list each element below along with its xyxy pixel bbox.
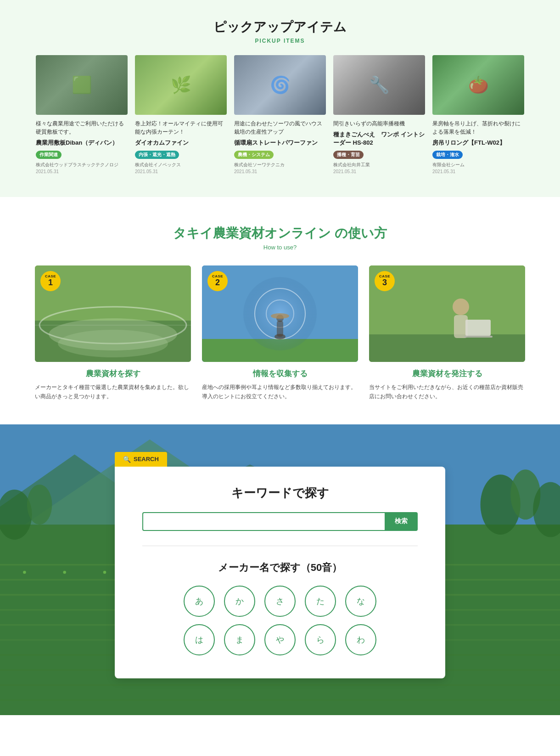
search-tab-icon: 🔍 <box>123 456 131 463</box>
kana-btn-na[interactable]: な <box>345 586 376 617</box>
pickup-title-en: PICKUP ITEMS <box>28 38 532 44</box>
pickup-section: ピックアップアイテム PICKUP ITEMS 🟩 様々な農業用途でご利用いただ… <box>0 0 560 197</box>
fan-icon: 🌀 <box>270 75 291 95</box>
howto-img-wrap-1: CASE 1 <box>35 265 191 362</box>
pickup-date-3: 2021.05.31 <box>234 169 326 174</box>
kana-btn-ha[interactable]: は <box>184 624 215 655</box>
howto-title-green: タキイ農業資材オンライン <box>173 226 331 240</box>
howto-card-desc-3: 当サイトをご利用いただきながら、お近くの種苗店か資材販売店にお問い合わせください… <box>369 383 525 401</box>
pickup-card-1[interactable]: 🟩 様々な農業用途でご利用いただける硬質敷板です。 農業用敷板Diban（ディバ… <box>36 55 128 174</box>
howto-card-3[interactable]: CASE 3 農業資材を発注する 当サイトをご利用いただきながら、お近くの種苗店… <box>369 265 525 401</box>
howto-img-wrap-3: CASE 3 <box>369 265 525 362</box>
pickup-name-4: 種まきごんべえ ワンポ イントシーダー HS-802 <box>333 130 425 147</box>
case3-num: 3 <box>382 278 387 288</box>
kana-btn-sa[interactable]: さ <box>264 586 296 617</box>
pickup-desc-4: 間引きいらずの高能率播種機 <box>333 119 425 128</box>
svg-rect-16 <box>369 334 525 362</box>
case-badge-2: CASE 2 <box>207 271 228 291</box>
pickup-tag-2: 内張・遮光・遮熱 <box>135 151 179 159</box>
maker-search-title: メーカー名で探す（50音） <box>142 561 418 575</box>
pickup-desc-2: 巻上対応！オールマイティに使用可能な内張カーテン！ <box>135 119 227 136</box>
svg-rect-19 <box>465 320 491 336</box>
pickup-img-5: 🍅 <box>432 55 524 115</box>
pickup-name-3: 循環扇ストレートパワーファン <box>234 139 326 147</box>
pickup-company-1: 株式会社ウッドプラスチックテクノロジ <box>36 162 128 168</box>
howto-card-2[interactable]: CASE 2 情報を収集する 産地への採用事例や耳より情報など多数取り揃えており… <box>202 265 358 401</box>
greenhouse-icon: 🌿 <box>171 75 191 95</box>
pickup-tag-5: 栽培・潅水 <box>432 151 463 159</box>
pickup-img-4: 🔧 <box>333 55 425 115</box>
howto-card-title-1: 農業資材を探す <box>35 368 191 379</box>
howto-card-desc-2: 産地への採用事例や耳より情報など多数取り揃えております。導入のヒントにお役立てく… <box>202 383 358 401</box>
tomato-icon: 🍅 <box>468 75 489 95</box>
svg-point-4 <box>58 330 168 357</box>
case-badge-1: CASE 1 <box>40 271 61 291</box>
kana-btn-wa[interactable]: わ <box>345 624 376 655</box>
pickup-desc-1: 様々な農業用途でご利用いただける硬質敷板です。 <box>36 119 128 136</box>
kana-btn-ta[interactable]: た <box>305 586 336 617</box>
case2-num: 2 <box>215 278 220 288</box>
pickup-name-2: ダイオカムファイン <box>135 139 227 147</box>
howto-card-title-2: 情報を収集する <box>202 368 358 379</box>
svg-rect-20 <box>464 336 493 338</box>
pickup-tag-1: 作業関連 <box>36 151 62 159</box>
case-badge-3: CASE 3 <box>375 271 395 291</box>
search-button[interactable]: 検索 <box>385 512 418 531</box>
pickup-card-5[interactable]: 🍅 果房軸を吊り上げ、茎折れや裂けによる落果を低減！ 房吊リロング【FTL-W0… <box>432 55 524 174</box>
pickup-date-1: 2021.05.31 <box>36 169 128 174</box>
howto-title-black: の使い方 <box>335 226 387 240</box>
pickup-date-5: 2021.05.31 <box>432 169 524 174</box>
pickup-company-2: 株式会社イノベックス <box>135 162 227 168</box>
section-divider <box>142 546 418 546</box>
search-panel: キーワードで探す 検索 メーカー名で探す（50音） あ か さ た な は ま <box>115 467 445 678</box>
kana-btn-ya[interactable]: や <box>264 624 296 655</box>
pickup-tag-3: 農機・システム <box>234 151 274 159</box>
howto-img-wrap-2: CASE 2 <box>202 265 358 362</box>
howto-card-1[interactable]: CASE 1 農業資材を探す メーカーとタキイ種苗で厳選した農業資材を集めました… <box>35 265 191 401</box>
pickup-date-2: 2021.05.31 <box>135 169 227 174</box>
search-input[interactable] <box>142 512 385 531</box>
pickup-name-5: 房吊リロング【FTL-W02】 <box>432 139 524 147</box>
case1-num: 1 <box>48 278 53 288</box>
kana-btn-ka[interactable]: か <box>224 586 255 617</box>
pickup-card-3[interactable]: 🌀 用途に合わせたソーワの風でハウス栽培の生産性アップ 循環扇ストレートパワーフ… <box>234 55 326 174</box>
tool-icon: 🔧 <box>369 75 390 95</box>
search-tab-wrapper: 🔍 SEARCH <box>115 452 445 467</box>
search-panel-title: キーワードで探す <box>142 485 418 501</box>
svg-point-17 <box>453 299 469 315</box>
kana-btn-ma[interactable]: ま <box>224 624 255 655</box>
pickup-card-4[interactable]: 🔧 間引きいらずの高能率播種機 種まきごんべえ ワンポ イントシーダー HS-8… <box>333 55 425 174</box>
kana-btn-ra[interactable]: ら <box>305 624 336 655</box>
pickup-img-2: 🌿 <box>135 55 227 115</box>
howto-grid: CASE 1 農業資材を探す メーカーとタキイ種苗で厳選した農業資材を集めました… <box>28 265 532 401</box>
search-tab[interactable]: 🔍 SEARCH <box>115 452 167 467</box>
howto-card-title-3: 農業資材を発注する <box>369 368 525 379</box>
pickup-company-4: 株式会社向井工業 <box>333 162 425 168</box>
pickup-title-ja: ピックアップアイテム <box>28 18 532 36</box>
pickup-desc-5: 果房軸を吊り上げ、茎折れや裂けによる落果を低減！ <box>432 119 524 136</box>
kana-btn-a[interactable]: あ <box>184 586 215 617</box>
svg-rect-12 <box>277 321 283 337</box>
svg-point-14 <box>271 313 289 319</box>
pickup-company-5: 有限会社シーム <box>432 162 524 168</box>
pickup-tag-4: 播種・育苗 <box>333 151 364 159</box>
howto-section: タキイ農業資材オンライン の使い方 How to use? <box>0 197 560 424</box>
howto-title: タキイ農業資材オンライン の使い方 <box>28 225 532 242</box>
pickup-date-4: 2021.05.31 <box>333 169 425 174</box>
kana-grid: あ か さ た な は ま や ら わ <box>142 586 418 655</box>
howto-card-desc-1: メーカーとタキイ種苗で厳選した農業資材を集めました。欲しい商品がきっと見つかりま… <box>35 383 191 401</box>
pickup-grid: 🟩 様々な農業用途でご利用いただける硬質敷板です。 農業用敷板Diban（ディバ… <box>28 55 532 174</box>
search-tab-label: SEARCH <box>134 456 159 463</box>
pickup-desc-3: 用途に合わせたソーワの風でハウス栽培の生産性アップ <box>234 119 326 136</box>
search-content-wrapper: 🔍 SEARCH キーワードで探す 検索 メーカー名で探す（50音） あ か さ… <box>0 452 560 678</box>
kana-row-1: あ か さ た な <box>184 586 376 617</box>
pickup-name-1: 農業用敷板Diban（ディバン） <box>36 139 128 147</box>
pickup-company-3: 株式会社ソーワテクニカ <box>234 162 326 168</box>
pickup-img-1: 🟩 <box>36 55 128 115</box>
pickup-card-2[interactable]: 🌿 巻上対応！オールマイティに使用可能な内張カーテン！ ダイオカムファイン 内張… <box>135 55 227 174</box>
kana-row-2: は ま や ら わ <box>184 624 376 655</box>
pickup-img-3: 🌀 <box>234 55 326 115</box>
search-section: 🔍 SEARCH キーワードで探す 検索 メーカー名で探す（50音） あ か さ… <box>0 424 560 715</box>
search-input-row: 検索 <box>142 512 418 531</box>
board-icon: 🟩 <box>72 75 92 95</box>
